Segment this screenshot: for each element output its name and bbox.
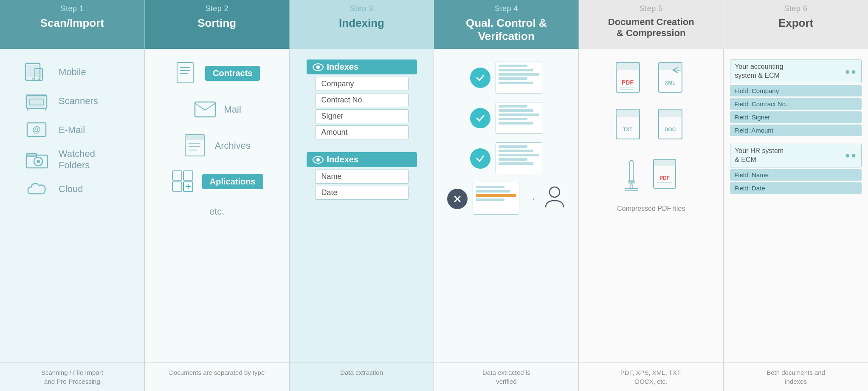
mail-label: Mail bbox=[224, 104, 241, 115]
doc-line bbox=[499, 118, 527, 120]
doc-line bbox=[499, 145, 527, 148]
body-col-1: Mobile Scanners bbox=[0, 49, 145, 363]
doc-line bbox=[476, 190, 510, 193]
svg-rect-56 bbox=[630, 161, 633, 182]
compress-label: Compressed PDF files bbox=[617, 205, 685, 212]
doc-line bbox=[499, 73, 539, 76]
person-icon bbox=[544, 186, 565, 211]
mail-icon bbox=[193, 98, 218, 121]
body-col-2: Contracts Mail bbox=[145, 49, 290, 363]
footer-1-text: Scanning / File Import and Pre-Processin… bbox=[41, 369, 103, 385]
format-icons-middle: TXT DOC bbox=[613, 108, 689, 147]
svg-point-40 bbox=[550, 187, 560, 197]
export-field-contractno: Field: Contract No. bbox=[730, 98, 862, 110]
footer-col-6: Both documents and indexes bbox=[724, 363, 868, 391]
hr-system: Your HR system& ECM ●● bbox=[730, 144, 862, 167]
arrow-right: → bbox=[527, 193, 536, 204]
doc-preview-1 bbox=[496, 62, 542, 94]
step-5-number: Step 5 bbox=[579, 0, 723, 15]
email-icon: @ bbox=[25, 119, 51, 141]
footer-6-text: Both documents and indexes bbox=[767, 369, 825, 385]
index-header-2: Indexes bbox=[307, 152, 417, 167]
body-col-4: → bbox=[434, 49, 579, 363]
svg-text:XML: XML bbox=[665, 80, 675, 86]
index-header-2-label: Indexes bbox=[327, 155, 358, 164]
svg-rect-42 bbox=[616, 62, 640, 70]
applications-icon bbox=[171, 170, 196, 193]
email-label: E-Mail bbox=[59, 125, 85, 136]
index-field-date: Date bbox=[315, 186, 409, 200]
footer-4-text: Data extracted is verified bbox=[482, 369, 530, 385]
accounting-system: Your accountingsystem & ECM ●● bbox=[730, 60, 862, 83]
footer-col-1: Scanning / File Import and Pre-Processin… bbox=[0, 363, 145, 391]
doc-line bbox=[499, 82, 533, 84]
index-group-contracts: Indexes Company Contract No. Signer Amou… bbox=[296, 60, 428, 139]
check-icon-3 bbox=[470, 148, 490, 169]
step-1-number: Step 1 bbox=[0, 0, 144, 15]
watched-folders-label: WatchedFolders bbox=[59, 148, 95, 171]
mobile-icon bbox=[25, 62, 51, 83]
doc-line bbox=[499, 105, 527, 108]
index-field-amount: Amount bbox=[315, 125, 409, 139]
applications-label: Aplications bbox=[202, 174, 263, 189]
step-6-number: Step 6 bbox=[724, 0, 868, 15]
export-field-amount: Field: Amount bbox=[730, 125, 862, 136]
svg-text:TXT: TXT bbox=[623, 127, 632, 133]
mobile-label: Mobile bbox=[59, 67, 86, 78]
hr-system-label: Your HR system& ECM bbox=[735, 147, 783, 164]
step-col-5: Step 5 Document Creation & Compression bbox=[579, 0, 724, 49]
index-fields-2: Name Date bbox=[296, 170, 428, 200]
import-item-cloud: Cloud bbox=[25, 178, 119, 200]
import-item-mobile: Mobile bbox=[25, 62, 119, 83]
svg-rect-18 bbox=[177, 62, 193, 83]
doc-preview-3 bbox=[496, 142, 542, 174]
compress-icon bbox=[620, 160, 646, 196]
steps-footer: Scanning / File Import and Pre-Processin… bbox=[0, 363, 868, 391]
svg-text:PDF: PDF bbox=[659, 175, 670, 181]
svg-point-5 bbox=[38, 79, 39, 80]
svg-rect-9 bbox=[26, 94, 47, 96]
step-col-1: Step 1 Scan/Import bbox=[0, 0, 145, 49]
svg-rect-47 bbox=[659, 62, 682, 70]
export-field-company: Field: Company bbox=[730, 85, 862, 96]
step-4-title: Qual. Control & Verifcation bbox=[434, 15, 578, 49]
qc-items: → bbox=[440, 57, 572, 215]
txt-icon: TXT bbox=[613, 108, 647, 147]
step-col-4: Step 4 Qual. Control & Verifcation bbox=[434, 0, 579, 49]
export-group-accounting: Your accountingsystem & ECM ●● Field: Co… bbox=[730, 60, 862, 136]
svg-rect-22 bbox=[195, 102, 215, 117]
doc-line bbox=[499, 69, 533, 71]
export-content: Your accountingsystem & ECM ●● Field: Co… bbox=[730, 57, 862, 198]
diagram: Step 1 Scan/Import Step 2 Sorting Step 3… bbox=[0, 0, 868, 391]
accounting-dots: ●● bbox=[845, 67, 857, 76]
watched-folders-icon bbox=[25, 149, 51, 170]
svg-rect-29 bbox=[183, 171, 193, 180]
doc-line-orange bbox=[476, 194, 516, 197]
body-col-5: PDF XML bbox=[579, 49, 724, 363]
footer-2-text: Documents are separated by type bbox=[169, 369, 265, 376]
sort-item-contracts: Contracts bbox=[174, 62, 260, 85]
doc-line bbox=[499, 113, 539, 116]
import-item-email: @ E-Mail bbox=[25, 119, 119, 141]
step-col-2: Step 2 Sorting bbox=[145, 0, 290, 49]
check-icon-1 bbox=[470, 68, 490, 88]
index-field-company: Company bbox=[315, 77, 409, 91]
svg-point-37 bbox=[316, 158, 320, 162]
index-header-1-label: Indexes bbox=[327, 62, 358, 72]
import-item-watched: WatchedFolders bbox=[25, 148, 119, 171]
pdf-icon: PDF bbox=[613, 62, 647, 100]
footer-col-2: Documents are separated by type bbox=[145, 363, 290, 391]
doc-line bbox=[499, 154, 539, 156]
hr-dots: ●● bbox=[845, 150, 857, 160]
footer-5-text: PDF, XPS, XML, TXT, DOCX, etc. bbox=[620, 369, 682, 385]
body-col-3: Indexes Company Contract No. Signer Amou… bbox=[290, 49, 434, 363]
svg-rect-54 bbox=[659, 109, 682, 117]
index-fields-1: Company Contract No. Signer Amount bbox=[296, 77, 428, 139]
svg-text:DOC: DOC bbox=[664, 127, 676, 133]
check-icon-2 bbox=[470, 108, 490, 128]
step-6-title: Export bbox=[724, 15, 868, 36]
doc-line bbox=[499, 162, 533, 165]
archives-icon bbox=[183, 134, 209, 157]
footer-col-4: Data extracted is verified bbox=[434, 363, 579, 391]
doc-line bbox=[476, 186, 504, 188]
